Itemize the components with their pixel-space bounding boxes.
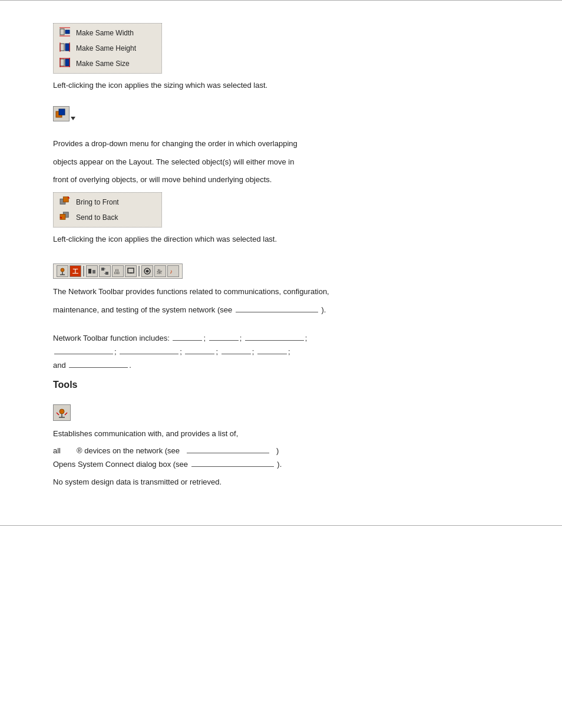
menu-label-same-width: Make Same Width xyxy=(76,29,134,37)
func-blank-1 xyxy=(173,340,202,341)
menu-item-same-size[interactable]: Make Same Size xyxy=(54,56,161,71)
order-desc-1: Provides a drop-down menu for changing t… xyxy=(53,138,509,150)
dropdown-arrow-icon xyxy=(71,117,75,120)
devices-end: ) xyxy=(276,446,279,455)
tools-heading: Tools xyxy=(53,380,509,390)
order-icon-container xyxy=(53,106,509,130)
ntb-btn-1 xyxy=(57,265,68,277)
order-toolbar-button[interactable] xyxy=(53,106,75,121)
bring-front-icon xyxy=(59,196,71,208)
svg-rect-28 xyxy=(101,268,104,271)
content-area: Make Same Width Make Same Height xyxy=(0,11,562,515)
svg-rect-8 xyxy=(60,59,64,66)
menu-label-send-back: Send to Back xyxy=(76,213,118,222)
svg-rect-4 xyxy=(60,44,64,51)
svg-rect-17 xyxy=(63,197,68,202)
same-size-icon xyxy=(59,58,71,70)
sizing-description: Left-clicking the icon applies the sizin… xyxy=(53,80,509,92)
order-desc-3: front of overlying objects, or will move… xyxy=(53,174,509,186)
connect-section: Establishes communication with, and prov… xyxy=(53,404,509,489)
ntb-btn-5: 品 xyxy=(112,265,124,277)
svg-rect-0 xyxy=(60,29,64,35)
svg-rect-29 xyxy=(105,272,108,275)
menu-item-bring-front[interactable]: Bring to Front xyxy=(54,195,161,210)
order-desc-2: objects appear on the Layout. The select… xyxy=(53,156,509,169)
func-blank-9 xyxy=(69,367,128,368)
ntb-sep-1 xyxy=(83,266,84,276)
ntb-btn-9: ♪ xyxy=(167,265,179,277)
func-blank-3 xyxy=(245,340,304,341)
connect-icon-container xyxy=(53,404,509,421)
ntb-btn-3 xyxy=(86,265,98,277)
svg-line-41 xyxy=(57,413,59,415)
svg-rect-33 xyxy=(128,268,134,273)
svg-rect-26 xyxy=(88,269,91,274)
ntb-btn-8: 杂 xyxy=(154,265,166,277)
svg-text:♪: ♪ xyxy=(170,268,173,275)
ntb-btn-4 xyxy=(99,265,111,277)
top-divider xyxy=(0,0,562,1)
sizing-menu-box: Make Same Width Make Same Height xyxy=(53,23,162,74)
network-desc-2: maintenance, and testing of the system n… xyxy=(53,304,509,317)
network-desc-1: The Network Toolbar provides functions r… xyxy=(53,286,509,298)
svg-rect-27 xyxy=(92,270,95,274)
func-blank-4 xyxy=(54,354,113,354)
devices-blank xyxy=(187,453,269,453)
all-label: all xyxy=(53,446,71,455)
svg-point-38 xyxy=(59,409,64,414)
func-blank-7 xyxy=(222,354,251,354)
func-blank-6 xyxy=(185,354,214,354)
opens-blank xyxy=(191,466,274,467)
svg-point-22 xyxy=(61,268,64,272)
opens-text: Opens System Connect dialog box (see ). xyxy=(53,459,509,471)
menu-item-same-width[interactable]: Make Same Width xyxy=(54,25,161,41)
svg-rect-1 xyxy=(65,30,70,34)
svg-rect-15 xyxy=(59,109,65,115)
svg-text:品: 品 xyxy=(114,269,120,275)
connect-toolbar-icon[interactable] xyxy=(53,404,71,421)
order-menu-box: Bring to Front Send to Back xyxy=(53,192,162,228)
send-back-icon xyxy=(59,212,71,223)
func-blank-5 xyxy=(120,354,178,354)
menu-label-same-height: Make Same Height xyxy=(76,44,136,52)
sizing-section: Make Same Width Make Same Height xyxy=(53,23,509,92)
svg-text:工: 工 xyxy=(72,268,78,275)
all-devices-row: all ® devices on the network (see ) xyxy=(53,446,509,455)
network-toolbar-image: 工 xyxy=(53,263,183,279)
same-width-icon xyxy=(59,27,71,39)
connect-desc-1: Establishes communication with, and prov… xyxy=(53,428,509,440)
svg-rect-5 xyxy=(65,44,70,51)
network-func-text: Network Toolbar function includes: ; ; ;… xyxy=(53,331,509,373)
network-section: 工 xyxy=(53,263,509,390)
ntb-sep-2 xyxy=(138,266,140,276)
same-height-icon xyxy=(59,42,71,54)
menu-item-send-back[interactable]: Send to Back xyxy=(54,210,161,225)
devices-text: ® devices on the network (see xyxy=(77,446,180,455)
no-system-text: No system design data is transmitted or … xyxy=(53,476,509,489)
svg-text:杂: 杂 xyxy=(157,269,162,275)
ntb-btn-7 xyxy=(141,265,153,277)
order-icon xyxy=(53,106,70,121)
func-blank-2 xyxy=(209,340,239,341)
page: Make Same Width Make Same Height xyxy=(0,0,562,728)
svg-rect-9 xyxy=(65,59,70,66)
ntb-btn-2: 工 xyxy=(70,265,81,277)
order-direction-desc: Left-clicking the icon applies the direc… xyxy=(53,233,509,246)
order-section: Provides a drop-down menu for changing t… xyxy=(53,106,509,246)
menu-item-same-height[interactable]: Make Same Height xyxy=(54,41,161,56)
func-blank-8 xyxy=(257,354,287,354)
svg-line-42 xyxy=(65,413,67,415)
menu-label-same-size: Make Same Size xyxy=(76,60,130,68)
network-ref-blank-1 xyxy=(236,312,318,312)
ntb-btn-6 xyxy=(125,265,137,277)
menu-label-bring-front: Bring to Front xyxy=(76,198,119,206)
bottom-divider xyxy=(0,525,562,526)
